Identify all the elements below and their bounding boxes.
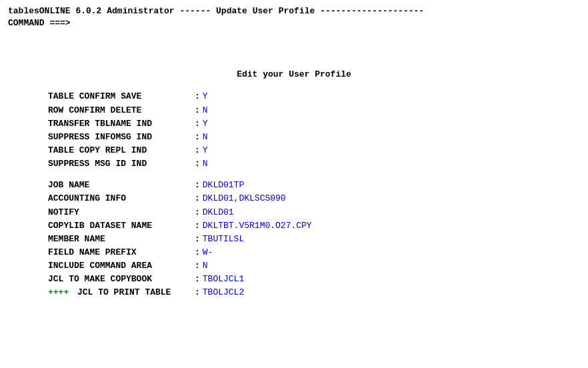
field-colon-5: : [195,157,200,171]
field-colon-4: : [195,144,200,157]
job-field-row-3: COPYLIB DATASET NAME: DKLTBT.V5R1M0.O27.… [48,219,580,233]
header-line1: tablesONLINE 6.0.2 Administrator ------ … [8,5,580,17]
job-field-row-5: FIELD NAME PREFIX: W- [48,246,580,259]
job-field-value-2[interactable]: DKLD01 [203,206,234,219]
fields-container: TABLE CONFIRM SAVE: YROW CONFIRM DELETE:… [48,90,580,171]
field-row-5: SUPPRESS MSG ID IND: N [48,157,580,171]
field-label-1: ROW CONFIRM DELETE [48,104,195,117]
special-row-label: JCL TO PRINT TABLE [77,286,195,299]
special-row-value: TBOLJCL2 [203,286,244,299]
job-field-value-6[interactable]: N [203,259,208,273]
field-value-2[interactable]: Y [203,117,208,131]
job-field-label-0: JOB NAME [48,179,195,192]
field-value-4[interactable]: Y [203,144,208,157]
job-field-colon-0: : [195,179,200,192]
job-field-row-7: JCL TO MAKE COPYBOOK: TBOLJCL1 [48,273,580,286]
job-field-colon-3: : [195,219,200,233]
field-label-2: TRANSFER TBLNAME IND [48,117,195,131]
job-field-label-7: JCL TO MAKE COPYBOOK [48,273,195,286]
field-row-0: TABLE CONFIRM SAVE: Y [48,90,580,103]
job-field-value-0[interactable]: DKLD01TP [203,179,244,192]
job-field-colon-4: : [195,233,200,246]
job-field-value-7[interactable]: TBOLJCL1 [203,273,244,286]
field-value-0[interactable]: Y [203,90,208,103]
special-row-colon: : [195,286,200,299]
job-field-value-5[interactable]: W- [203,246,213,259]
command-line: COMMAND ===> [8,17,580,29]
field-value-1[interactable]: N [203,104,208,117]
special-row: ++++ JCL TO PRINT TABLE : TBOLJCL2 [48,286,580,299]
field-label-3: SUPPRESS INFOMSG IND [48,131,195,144]
job-field-row-6: INCLUDE COMMAND AREA: N [48,259,580,273]
job-field-colon-2: : [195,206,200,219]
job-field-colon-6: : [195,259,200,273]
job-field-colon-1: : [195,192,200,205]
field-value-3[interactable]: N [203,131,208,144]
field-label-0: TABLE CONFIRM SAVE [48,90,195,103]
page-title: Edit your User Profile [8,69,580,79]
prefix-marker: ++++ [48,286,77,299]
field-colon-2: : [195,117,200,131]
job-field-row-1: ACCOUNTING INFO: DKLD01,DKLSCS090 [48,192,580,205]
job-field-label-4: MEMBER NAME [48,233,195,246]
job-field-row-2: NOTIFY: DKLD01 [48,206,580,219]
field-row-4: TABLE COPY REPL IND: Y [48,144,580,157]
job-field-label-2: NOTIFY [48,206,195,219]
field-label-5: SUPPRESS MSG ID IND [48,157,195,171]
job-field-row-4: MEMBER NAME: TBUTILSL [48,233,580,246]
job-fields-container: JOB NAME: DKLD01TPACCOUNTING INFO: DKLD0… [48,179,580,286]
field-colon-3: : [195,131,200,144]
job-field-label-1: ACCOUNTING INFO [48,192,195,205]
job-field-value-4[interactable]: TBUTILSL [203,233,244,246]
job-field-colon-7: : [195,273,200,286]
job-field-colon-5: : [195,246,200,259]
job-field-label-5: FIELD NAME PREFIX [48,246,195,259]
job-field-label-3: COPYLIB DATASET NAME [48,219,195,233]
form-section: TABLE CONFIRM SAVE: YROW CONFIRM DELETE:… [48,90,580,299]
job-field-value-1[interactable]: DKLD01,DKLSCS090 [203,192,286,205]
field-colon-1: : [195,104,200,117]
job-field-label-6: INCLUDE COMMAND AREA [48,259,195,273]
field-row-2: TRANSFER TBLNAME IND: Y [48,117,580,131]
field-label-4: TABLE COPY REPL IND [48,144,195,157]
field-row-1: ROW CONFIRM DELETE: N [48,104,580,117]
field-row-3: SUPPRESS INFOMSG IND: N [48,131,580,144]
field-value-5[interactable]: N [203,157,208,171]
job-field-value-3[interactable]: DKLTBT.V5R1M0.O27.CPY [203,219,312,233]
field-colon-0: : [195,90,200,103]
job-field-row-0: JOB NAME: DKLD01TP [48,179,580,192]
